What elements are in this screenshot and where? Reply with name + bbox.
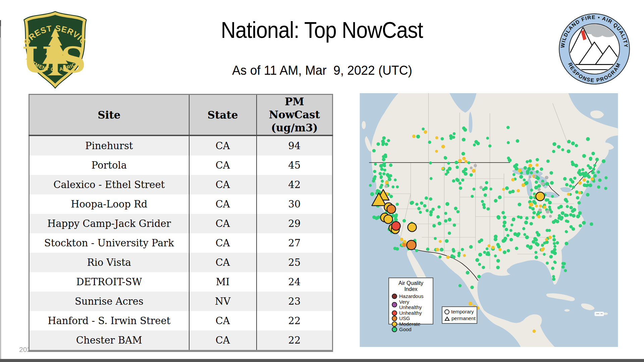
monitor-dot — [439, 240, 442, 243]
monitor-dot — [577, 215, 580, 218]
monitor-type-label: temporary — [451, 308, 474, 315]
monitor-dot — [370, 192, 374, 196]
table-header-row: Site State PM NowCast (ug/m3) — [29, 95, 333, 136]
monitor-dot — [448, 232, 451, 235]
monitor-dot — [480, 238, 483, 242]
monitor-dot — [564, 269, 567, 272]
monitor-dot — [426, 209, 429, 212]
monitor-dot — [474, 164, 477, 167]
temporary-monitor-marker — [407, 240, 416, 250]
table-row: PinehurstCA94 — [29, 135, 333, 156]
monitor-dot — [505, 228, 508, 231]
top-nowcast-table: Site State PM NowCast (ug/m3) PinehurstC… — [29, 94, 333, 352]
monitor-dot — [428, 141, 431, 144]
aqi-color-dot-icon — [392, 316, 397, 321]
monitor-dot — [534, 251, 537, 254]
monitor-dot — [575, 144, 578, 147]
monitor-dot — [522, 183, 525, 187]
monitor-dot — [546, 210, 549, 214]
monitor-dot — [416, 135, 420, 138]
monitor-dot — [571, 180, 575, 184]
monitor-dot — [511, 224, 514, 227]
monitor-dot — [411, 201, 414, 204]
site-cell: Rio Vista — [29, 253, 189, 272]
monitor-dot — [548, 201, 552, 204]
value-cell: 24 — [257, 272, 333, 292]
site-cell: Stockton - University Park — [29, 233, 189, 253]
site-cell: Sunrise Acres — [29, 292, 189, 311]
monitor-dot — [532, 200, 536, 203]
monitor-dot — [466, 271, 470, 275]
col-header-site: Site — [29, 95, 189, 136]
monitor-dot — [573, 177, 576, 180]
monitor-dot — [484, 193, 487, 197]
monitor-dot — [389, 164, 392, 167]
monitor-dot — [387, 139, 390, 142]
monitor-dot — [567, 140, 571, 143]
monitor-dot — [444, 156, 447, 159]
monitor-dot — [438, 222, 441, 225]
monitor-dot — [503, 237, 507, 240]
monitor-dot — [552, 142, 556, 146]
monitor-dot — [536, 243, 540, 246]
monitor-dot — [589, 157, 593, 161]
monitor-dot — [578, 211, 582, 215]
monitor-dot — [556, 220, 559, 223]
monitor-dot — [462, 152, 465, 156]
monitor-dot — [393, 247, 397, 250]
monitor-dot — [385, 181, 388, 184]
monitor-dot — [565, 220, 568, 223]
monitor-dot — [515, 247, 518, 250]
monitor-dot — [396, 185, 399, 188]
monitor-dot — [534, 175, 536, 178]
monitor-dot — [553, 251, 557, 255]
table-row: Sunrise AcresNV23 — [29, 292, 333, 311]
monitor-dot — [586, 193, 590, 197]
monitor-dot — [604, 187, 607, 190]
monitor-dot — [425, 196, 428, 200]
monitor-dot — [459, 182, 462, 185]
monitor-dot — [513, 173, 516, 176]
monitor-dot — [523, 178, 526, 181]
monitor-dot — [529, 246, 533, 250]
monitor-dot — [512, 218, 515, 221]
monitor-dot — [482, 188, 485, 191]
monitor-dot — [498, 248, 501, 251]
monitor-dot — [485, 181, 488, 184]
aqi-legend-label: Unhealthy — [399, 310, 422, 316]
monitor-dot — [369, 184, 372, 187]
monitor-dot — [573, 208, 576, 212]
monitor-dot — [471, 195, 474, 198]
monitor-dot — [453, 132, 456, 135]
aqi-legend-item: Hazardous — [392, 294, 430, 299]
table-row: Chester BAMCA22 — [29, 330, 333, 351]
monitor-type-legend: temporarypermanent — [442, 306, 477, 324]
monitor-dot — [545, 238, 548, 241]
monitor-dot — [522, 227, 525, 230]
monitor-dot — [491, 246, 495, 249]
monitor-dot — [586, 174, 590, 177]
monitor-dot — [552, 275, 555, 278]
monitor-dot — [584, 171, 587, 174]
monitor-dot — [415, 203, 418, 206]
monitor-dot — [486, 207, 490, 210]
monitor-dot — [417, 207, 421, 210]
monitor-dot — [551, 195, 554, 198]
monitor-dot — [590, 222, 593, 226]
monitor-dot — [459, 186, 462, 190]
monitor-dot — [402, 243, 407, 247]
monitor-dot — [461, 178, 464, 181]
monitor-dot — [565, 230, 568, 233]
monitor-dot — [557, 145, 560, 148]
monitor-dot — [463, 254, 466, 257]
monitor-dot — [516, 139, 519, 142]
monitor-dot — [556, 241, 559, 245]
monitor-dot — [488, 144, 491, 147]
monitor-dot — [472, 169, 476, 173]
monitor-dot — [587, 164, 590, 167]
state-cell: MI — [189, 272, 257, 292]
monitor-dot — [537, 215, 541, 218]
monitor-dot — [469, 302, 473, 306]
monitor-dot — [546, 262, 549, 265]
monitor-dot — [445, 202, 449, 206]
